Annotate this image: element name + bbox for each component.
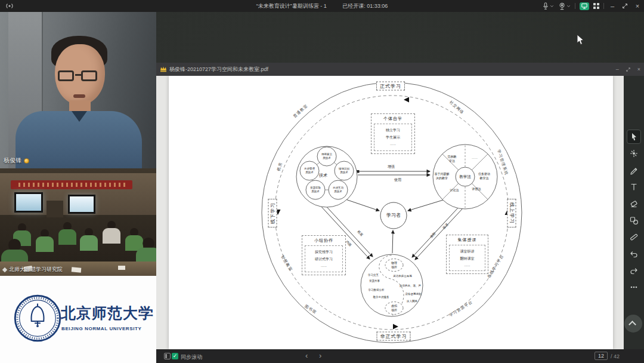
- link-label-enhance: 增强: [388, 164, 395, 169]
- page-separator: /: [611, 353, 612, 359]
- pedagogy-sector: 讲授法: [472, 187, 481, 191]
- box-group-collaboration: 小组协作 探究性学习 研讨式学习 ......: [302, 235, 346, 275]
- pdf-filename: 杨俊锋-20210727学习空间和未来教室.pdf: [169, 66, 268, 73]
- box-title: 集体授课: [447, 237, 488, 243]
- box-collective-lecture: 集体授课 课堂听讲 翻转课堂 ......: [446, 235, 488, 274]
- tech-item: 资源获取类技术: [309, 186, 321, 193]
- university-name-en: BEIJING NORMAL UNIVERSITY: [61, 326, 141, 331]
- tech-center-label: 技术: [319, 173, 327, 179]
- mouse-cursor: [577, 34, 584, 45]
- box-item: 研讨式学习: [305, 257, 342, 262]
- classroom-app-screen: “未来教育设计”暑期训练营 - 1 已经开课: 01:33:06: [0, 0, 644, 363]
- laser-pointer-tool[interactable]: [627, 146, 641, 161]
- box-individual-study: 个体自学 独立学习 学生展示 ......: [371, 113, 415, 154]
- box-item: 探究性学习: [305, 250, 342, 255]
- app-minimize-button[interactable]: –: [608, 2, 617, 10]
- page-total: 42: [614, 353, 620, 359]
- link-label-use: 使用: [394, 177, 401, 182]
- university-logo-panel: 北京师范大学 BEIJING NORMAL UNIVERSITY: [0, 276, 156, 363]
- box-title: 小组协作: [302, 238, 345, 244]
- lab-logo-icon: [2, 267, 7, 272]
- prev-page-button[interactable]: ‹: [305, 351, 308, 360]
- university-seal-icon: [13, 294, 62, 343]
- pdf-bottom-bar: ✓ 同步滚动 ‹ › 12 / 42: [156, 349, 644, 363]
- app-maximize-button[interactable]: [621, 2, 629, 10]
- pen-tool[interactable]: [627, 163, 641, 177]
- eraser-tool[interactable]: [627, 196, 641, 211]
- chevron-down-icon: [550, 4, 554, 8]
- physical-item: 设备使用便利: [405, 293, 422, 296]
- select-cursor-tool[interactable]: [627, 130, 641, 144]
- undo-tool[interactable]: [627, 247, 641, 261]
- physical-place-label: 物理场所: [391, 262, 398, 269]
- ring-label-informal-learning: 非正式学习: [377, 332, 411, 341]
- box-item: 翻转课堂: [450, 256, 485, 262]
- next-page-button[interactable]: ›: [319, 351, 321, 360]
- medal-icon: [24, 158, 29, 164]
- camera-button[interactable]: [558, 2, 571, 10]
- sync-scroll-checkbox[interactable]: ✓: [172, 353, 178, 359]
- chevron-down-icon: [566, 4, 571, 8]
- virtual-item: 资源共享: [369, 279, 380, 283]
- tech-item: 支持管理类技术: [304, 167, 315, 174]
- pdf-viewer-window: 杨俊锋-20210727学习空间和未来教室.pdf – ×: [156, 63, 644, 363]
- virtual-item: 学习数据分析: [369, 288, 385, 292]
- teacher-mouth: [73, 94, 85, 98]
- toolbar-divider: [603, 3, 604, 9]
- layout-grid-button[interactable]: [593, 3, 599, 9]
- tech-item: 增强展示类技术: [321, 153, 333, 159]
- box-item: ......: [305, 264, 342, 267]
- ring-label-online-learning: 线上学习: [507, 199, 516, 227]
- physical-item: 接入网络: [407, 300, 417, 303]
- sync-scroll-label: 同步滚动: [181, 353, 202, 361]
- pedagogy-sector: 任务驱动教学法: [478, 173, 491, 180]
- page-number-input[interactable]: 12: [595, 352, 608, 360]
- crown-icon: [160, 66, 167, 72]
- screen-share-button[interactable]: [580, 2, 589, 10]
- pedagogy-sector: 范例教学法: [447, 155, 457, 163]
- pdf-maximize-button[interactable]: [625, 66, 631, 73]
- virtual-item: 学习交互: [368, 273, 379, 277]
- box-item: 学生展示: [374, 135, 411, 140]
- classroom-banner: [11, 180, 132, 189]
- learner-label: 学习者: [386, 213, 401, 219]
- box-item: ......: [450, 263, 485, 267]
- paper: [118, 266, 125, 270]
- pdf-title-bar[interactable]: 杨俊锋-20210727学习空间和未来教室.pdf – ×: [156, 63, 644, 76]
- ring-label-offline-learning: 线下学习: [268, 199, 277, 227]
- box-title: 个体自学: [371, 116, 414, 122]
- text-tool[interactable]: [627, 180, 641, 194]
- pedagogy-sector: 讨论法: [450, 189, 459, 192]
- physical-item: 舒适的光、温、声: [400, 284, 421, 288]
- top-bar: “未来教育设计”暑期训练营 - 1 已经开课: 01:33:06: [0, 0, 644, 12]
- teacher-video-tile[interactable]: 杨俊锋: [0, 12, 156, 168]
- box-item: 独立学习: [374, 128, 411, 133]
- glasses-right-lens: [81, 70, 97, 81]
- thumbnail-panel-button[interactable]: [164, 353, 171, 359]
- glasses-left-lens: [58, 70, 74, 81]
- box-item: 课堂听讲: [450, 249, 485, 254]
- app-close-button[interactable]: ×: [633, 2, 642, 10]
- session-title: “未来教育设计”暑期训练营 - 1: [256, 3, 327, 9]
- microphone-button[interactable]: [542, 2, 554, 10]
- classroom-podium: [47, 201, 63, 217]
- pdf-minimize-button[interactable]: –: [616, 66, 619, 72]
- shapes-tool[interactable]: [627, 213, 641, 227]
- toolbar-divider: [575, 3, 575, 9]
- more-tools-button[interactable]: [627, 280, 641, 294]
- collapse-up-button[interactable]: [624, 315, 642, 333]
- virtual-item: 教学支持服务: [373, 296, 389, 299]
- university-name-cn: 北京师范大学: [61, 303, 154, 323]
- paper: [72, 267, 82, 272]
- ring-label-formal-learning: 正式学习: [376, 82, 405, 91]
- box-item: ......: [374, 142, 411, 146]
- ruler-tool[interactable]: [627, 230, 641, 244]
- classroom-video-tile[interactable]: 北师大智慧学习研究院: [0, 168, 156, 276]
- redo-tool[interactable]: [627, 263, 641, 278]
- pedagogy-sector: ……: [472, 156, 478, 160]
- chevron-up-icon: [628, 321, 636, 328]
- session-elapsed-time: 已经开课: 01:33:06: [342, 3, 388, 9]
- pdf-close-button[interactable]: ×: [637, 66, 640, 72]
- pdf-page: 正式学习 非正式学习 线下学习 线上学习 普通教室 机房 社交网络 学习管理系统…: [169, 76, 613, 349]
- pdf-content-area: 正式学习 非正式学习 线下学习 线上学习 普通教室 机房 社交网络 学习管理系统…: [156, 76, 644, 349]
